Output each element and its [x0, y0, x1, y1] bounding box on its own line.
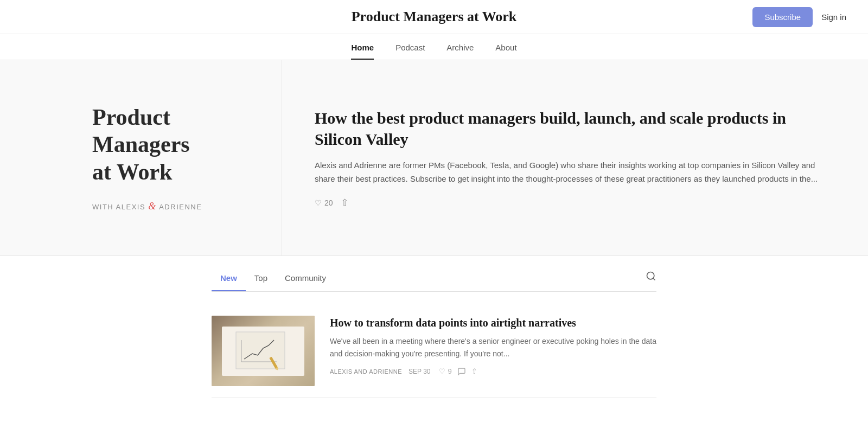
- hero-authors: WITH ALEXIS & ADRIENNE: [92, 201, 249, 212]
- blog-title-line1: Product Managers: [92, 105, 190, 157]
- thumbnail-placeholder: [212, 316, 315, 386]
- article-list: How to transform data points into airtig…: [190, 292, 678, 411]
- tab-top[interactable]: Top: [246, 269, 276, 291]
- authors-prefix: WITH ALEXIS: [92, 203, 145, 211]
- subscribe-button[interactable]: Subscribe: [752, 7, 813, 27]
- authors-suffix: ADRIENNE: [159, 203, 202, 211]
- tab-new[interactable]: New: [212, 269, 246, 291]
- tabs-section: New Top Community: [190, 256, 678, 292]
- nav-item-archive[interactable]: Archive: [446, 43, 474, 60]
- nav-item-home[interactable]: Home: [351, 43, 374, 60]
- article-meta: ALEXIS AND ADRIENNE SEP 30 ♡ 9 ⇧: [330, 367, 656, 376]
- hero-share-button[interactable]: ⇧: [341, 197, 349, 209]
- tabs-bar: New Top Community: [212, 256, 656, 292]
- like-heart-icon: ♡: [439, 367, 445, 375]
- sketch-svg: [233, 329, 293, 373]
- signin-link[interactable]: Sign in: [821, 12, 846, 22]
- svg-rect-2: [236, 332, 285, 369]
- article-item: How to transform data points into airtig…: [212, 305, 656, 398]
- svg-point-0: [647, 272, 654, 279]
- hero-section: Product Managers at Work WITH ALEXIS & A…: [0, 60, 868, 256]
- site-title: Product Managers at Work: [352, 9, 517, 25]
- header: Product Managers at Work Subscribe Sign …: [0, 0, 868, 34]
- hero-article: How the best product managers build, lau…: [282, 60, 868, 255]
- article-thumbnail[interactable]: [212, 316, 315, 386]
- share-icon: ⇧: [471, 367, 477, 375]
- hero-article-actions: ♡ 20 ⇧: [315, 197, 825, 209]
- heart-icon: ♡: [315, 199, 322, 207]
- svg-line-1: [653, 278, 655, 280]
- like-count: 9: [448, 367, 451, 375]
- tabs-list: New Top Community: [212, 269, 335, 291]
- hero-article-title[interactable]: How the best product managers build, lau…: [315, 107, 825, 150]
- tab-community[interactable]: Community: [276, 269, 335, 291]
- authors-ampersand: &: [148, 201, 157, 212]
- header-actions: Subscribe Sign in: [752, 7, 846, 27]
- likes-count: 20: [324, 199, 333, 207]
- article-like-button[interactable]: ♡ 9: [439, 367, 451, 375]
- blog-title: Product Managers at Work: [92, 104, 249, 185]
- hero-branding: Product Managers at Work WITH ALEXIS & A…: [0, 60, 282, 255]
- article-title[interactable]: How to transform data points into airtig…: [330, 316, 656, 330]
- article-author: ALEXIS AND ADRIENNE: [330, 368, 402, 375]
- search-button[interactable]: [646, 271, 656, 290]
- nav-item-podcast[interactable]: Podcast: [395, 43, 425, 60]
- hero-like-button[interactable]: ♡ 20: [315, 199, 333, 207]
- article-excerpt: We've all been in a meeting where there'…: [330, 335, 656, 360]
- blog-title-line2: at Work: [92, 159, 172, 184]
- article-content: How to transform data points into airtig…: [330, 316, 656, 386]
- article-share-button[interactable]: ⇧: [471, 367, 477, 375]
- hero-article-desc: Alexis and Adrienne are former PMs (Face…: [315, 158, 825, 186]
- article-comment-button[interactable]: [457, 367, 466, 376]
- sketch-paper: [222, 327, 304, 376]
- comment-icon: [457, 367, 466, 376]
- article-meta-actions: ♡ 9 ⇧: [439, 367, 477, 376]
- nav-item-about[interactable]: About: [495, 43, 516, 60]
- main-nav: Home Podcast Archive About: [0, 34, 868, 60]
- article-date: SEP 30: [409, 368, 430, 375]
